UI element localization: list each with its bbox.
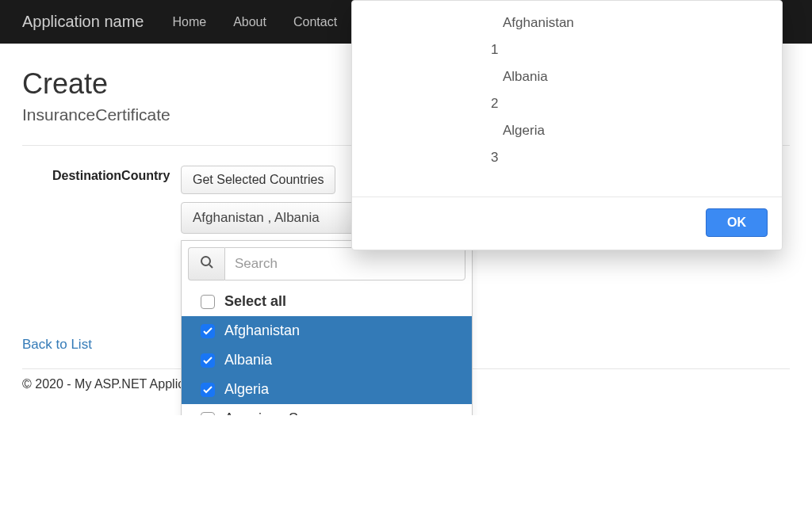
multiselect-option[interactable]: Algeria (182, 375, 472, 404)
multiselect-select-all[interactable]: Select all (182, 287, 472, 316)
multiselect-list[interactable]: Select all Afghanistan Albania Alg (182, 287, 472, 415)
dialog-row-num: 1 (352, 42, 782, 58)
get-selected-countries-button[interactable]: Get Selected Countries (181, 166, 335, 194)
dialog: Afghanistan 1 Albania 2 Algeria 3 OK (351, 0, 783, 250)
dialog-row-name: Albania (352, 69, 782, 85)
form-label-destination: DestinationCountry (22, 166, 181, 183)
dialog-row-name: Algeria (352, 123, 782, 139)
option-label: American Samoa (224, 410, 334, 415)
nav-link-contact[interactable]: Contact (293, 15, 337, 29)
option-label: Algeria (224, 381, 269, 398)
checkbox[interactable] (201, 295, 215, 309)
option-label: Albania (224, 352, 272, 368)
svg-line-1 (209, 265, 213, 268)
checkbox[interactable] (201, 412, 215, 416)
search-icon (200, 255, 214, 273)
multiselect-option[interactable]: American Samoa (182, 404, 472, 415)
search-button[interactable] (188, 247, 224, 280)
multiselect-option[interactable]: Albania (182, 345, 472, 375)
checkbox[interactable] (201, 353, 215, 368)
search-input[interactable] (224, 247, 465, 280)
multiselect-dropdown: Select all Afghanistan Albania Alg (181, 240, 473, 415)
ok-button[interactable]: OK (706, 208, 768, 237)
dialog-row: Afghanistan 1 (352, 9, 782, 63)
nav-link-about[interactable]: About (233, 15, 266, 29)
dialog-row-num: 2 (352, 96, 782, 112)
navbar-brand[interactable]: Application name (22, 13, 144, 31)
option-label: Afghanistan (224, 322, 300, 339)
multiselect-summary: Afghanistan , Albania (193, 210, 320, 225)
checkbox[interactable] (201, 383, 215, 397)
multiselect-option[interactable]: Afghanistan (182, 316, 472, 345)
dialog-row: Algeria 3 (352, 116, 782, 170)
dialog-footer: OK (352, 197, 782, 250)
multiselect-searchbar (182, 247, 472, 287)
dialog-row: Albania 2 (352, 63, 782, 116)
svg-point-0 (201, 257, 210, 265)
checkbox[interactable] (201, 324, 215, 338)
dialog-body[interactable]: Afghanistan 1 Albania 2 Algeria 3 (352, 1, 782, 197)
nav-link-home[interactable]: Home (172, 15, 206, 29)
select-all-label: Select all (224, 293, 286, 310)
dialog-row-name: Afghanistan (352, 15, 782, 31)
dialog-row-num: 3 (352, 150, 782, 166)
